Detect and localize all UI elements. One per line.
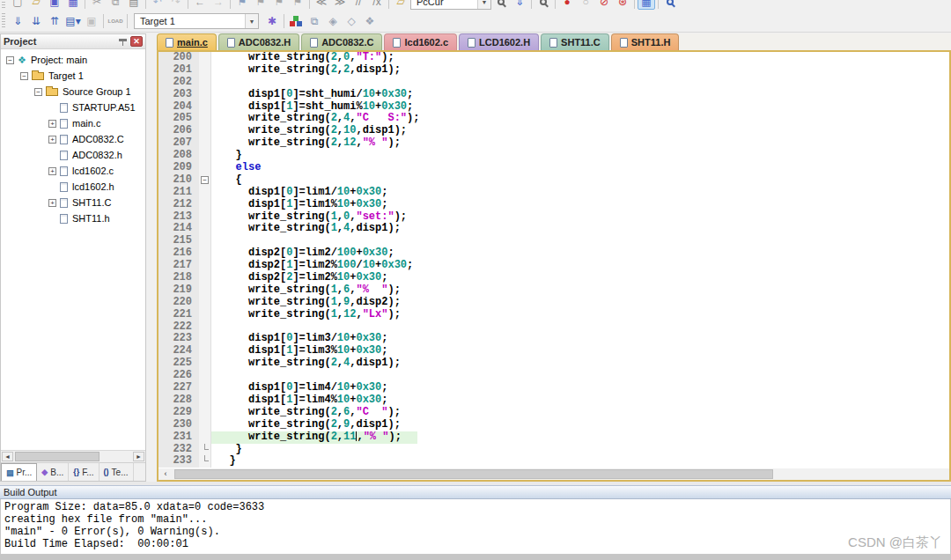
tree-item-main-c[interactable]: +main.c <box>1 115 145 131</box>
expand-icon[interactable]: + <box>48 136 56 144</box>
bookmark-toggle-icon[interactable]: ⚑ <box>233 0 251 10</box>
code-text[interactable]: write_string(1,9,disp2); <box>211 297 401 309</box>
code-text[interactable]: write_string(1,6,"% "); <box>211 284 401 297</box>
code-line-220[interactable]: 220write_string(1,9,disp2); <box>158 297 949 309</box>
code-line-211[interactable]: 211disp1[0]=lim1/10+0x30; <box>158 187 949 199</box>
redo-icon[interactable]: ↷ <box>167 0 185 10</box>
code-text[interactable]: disp1[1]=lim1%10+0x30; <box>211 199 387 211</box>
tree-item-lcd1602-c[interactable]: +lcd1602.c <box>1 163 145 179</box>
fold-margin[interactable] <box>199 444 211 456</box>
line-number[interactable]: 205 <box>158 113 199 125</box>
code-line-219[interactable]: 219write_string(1,6,"% "); <box>158 284 949 297</box>
code-line-224[interactable]: 224disp1[1]=lim3%10+0x30; <box>158 345 949 357</box>
code-text[interactable]: disp1[1]=lim3%10+0x30; <box>211 345 387 357</box>
tree-item-startup-a51[interactable]: STARTUP.A51 <box>1 99 145 115</box>
copy-icon[interactable]: ⧉ <box>107 0 124 10</box>
code-text[interactable]: write_string(2,0,"T:"); <box>211 52 394 64</box>
translate-icon[interactable]: ⇓ <box>9 13 26 29</box>
window-layout-icon[interactable]: ▦ <box>638 0 655 10</box>
line-number[interactable]: 217 <box>158 260 199 272</box>
code-text[interactable]: write_string(2,6,"C "); <box>211 407 401 419</box>
code-text[interactable]: disp1[0]=sht_humi/10+0x30; <box>211 89 413 101</box>
code-line-222[interactable]: 222 <box>158 321 949 334</box>
code-line-218[interactable]: 218disp2[2]=lim2%10+0x30; <box>158 272 949 284</box>
code-line-217[interactable]: 217disp2[1]=lim2%100/10+0x30; <box>158 260 949 272</box>
code-text[interactable] <box>211 77 217 89</box>
line-number[interactable]: 223 <box>158 333 199 345</box>
editor-horizontal-scrollbar[interactable]: ‹ <box>157 468 951 482</box>
code-text[interactable] <box>211 235 217 247</box>
collapse-icon[interactable]: − <box>6 56 14 64</box>
line-number[interactable]: 230 <box>158 419 199 431</box>
line-number[interactable]: 228 <box>158 394 199 407</box>
line-number[interactable]: 222 <box>158 321 199 334</box>
breakpoint-disable-icon[interactable]: ○ <box>577 0 594 10</box>
chevron-down-icon[interactable]: ▼ <box>245 14 258 28</box>
code-line-231[interactable]: 231write_string(2,11,"% "); <box>158 431 949 444</box>
line-number[interactable]: 221 <box>158 309 199 321</box>
scroll-left-icon[interactable]: ◄ <box>2 452 13 461</box>
line-number[interactable]: 207 <box>158 137 199 150</box>
code-text[interactable]: write_string(2,11,"% "); <box>211 431 417 444</box>
code-line-200[interactable]: 200write_string(2,0,"T:"); <box>158 52 949 64</box>
target-select[interactable]: Target 1 ▼ <box>134 13 259 29</box>
code-line-230[interactable]: 230write_string(2,9,disp1); <box>158 419 949 431</box>
line-number[interactable]: 227 <box>158 382 199 394</box>
code-line-202[interactable]: 202 <box>158 77 949 89</box>
code-line-228[interactable]: 228disp1[1]=lim4%10+0x30; <box>158 394 949 407</box>
code-text[interactable]: disp1[1]=sht_humi%10+0x30; <box>211 101 413 114</box>
options-for-target-icon[interactable]: ✱ <box>263 13 281 29</box>
code-text[interactable]: write_string(2,2,disp1); <box>211 64 401 77</box>
tree-item-sht11-c[interactable]: +SHT11.C <box>1 195 145 210</box>
code-text[interactable]: disp2[0]=lim2/100+0x30; <box>211 247 394 260</box>
tree-item-project-main[interactable]: −❖Project: main <box>1 52 145 68</box>
code-text[interactable]: write_string(2,12,"% "); <box>211 137 401 150</box>
tree-item-adc0832-c[interactable]: +ADC0832.C <box>1 131 145 147</box>
code-line-221[interactable]: 221write_string(1,12,"Lx"); <box>158 309 949 321</box>
code-text[interactable]: write_string(1,12,"Lx"); <box>211 309 401 321</box>
find-next-icon[interactable]: ⇓ <box>511 0 528 10</box>
save-icon[interactable]: ▣ <box>46 0 63 10</box>
fold-margin[interactable] <box>199 455 211 468</box>
line-number[interactable]: 210 <box>158 174 199 187</box>
code-text[interactable]: disp2[1]=lim2%100/10+0x30; <box>211 260 413 272</box>
tree-item-source-group-1[interactable]: −Source Group 1 <box>1 84 145 99</box>
doc-tab-main-c[interactable]: main.c <box>157 33 217 50</box>
doc-tab-lcd1602-c[interactable]: lcd1602.c <box>384 33 457 50</box>
scroll-right-icon[interactable]: ► <box>133 452 144 461</box>
line-number[interactable]: 229 <box>158 407 199 419</box>
tree-item-lcd1602-h[interactable]: lcd1602.h <box>1 179 145 195</box>
rebuild-icon[interactable]: ⇈ <box>46 13 63 29</box>
line-number[interactable]: 233 <box>158 455 199 468</box>
pin-icon[interactable] <box>119 38 127 46</box>
line-number[interactable]: 232 <box>158 444 199 456</box>
build-icon[interactable]: ⇊ <box>27 13 45 29</box>
code-line-208[interactable]: 208} <box>158 150 949 162</box>
code-text[interactable] <box>211 321 217 334</box>
code-line-203[interactable]: 203disp1[0]=sht_humi/10+0x30; <box>158 89 949 101</box>
line-number[interactable]: 200 <box>158 52 199 64</box>
code-text[interactable]: write_string(2,4,disp1); <box>211 357 401 370</box>
search-icon[interactable] <box>534 0 552 10</box>
file-extensions-icon[interactable]: ⧉ <box>306 13 323 29</box>
expand-icon[interactable]: + <box>48 120 56 128</box>
zoom-tool-icon[interactable] <box>661 0 679 10</box>
components-icon[interactable] <box>287 13 305 29</box>
bookmark-prev-icon[interactable]: ⚑ <box>252 0 269 10</box>
find-text-combo[interactable]: PcCur▼ <box>410 0 491 10</box>
code-line-225[interactable]: 225write_string(2,4,disp1); <box>158 357 949 370</box>
breakpoint-kill-icon[interactable]: ⊛ <box>614 0 631 10</box>
line-number[interactable]: 220 <box>158 297 199 309</box>
breakpoint-toggle-icon[interactable]: ● <box>558 0 576 10</box>
scrollbar-thumb[interactable] <box>15 452 100 461</box>
line-number[interactable]: 212 <box>158 199 199 211</box>
code-line-204[interactable]: 204disp1[1]=sht_humi%10+0x30; <box>158 101 949 114</box>
code-text[interactable]: { <box>211 174 242 187</box>
download-icon[interactable]: LOAD <box>107 13 124 29</box>
code-text[interactable] <box>211 370 217 382</box>
line-number[interactable]: 219 <box>158 284 199 297</box>
uncomment-icon[interactable]: /x <box>368 0 386 10</box>
scroll-left-icon[interactable]: ‹ <box>159 469 172 479</box>
code-line-215[interactable]: 215 <box>158 235 949 247</box>
doc-tab-adc0832-c[interactable]: ADC0832.C <box>301 33 382 50</box>
